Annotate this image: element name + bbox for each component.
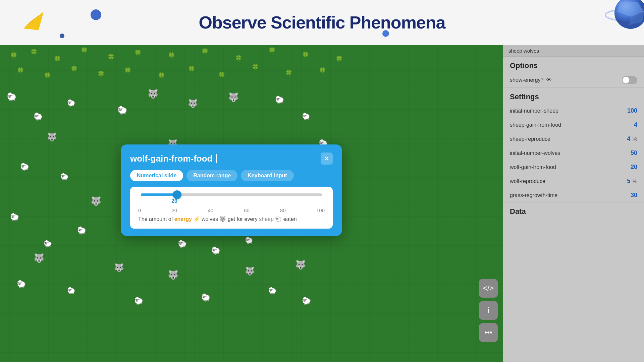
setting-initial-number-wolves[interactable]: initial-number-wolves 50 [503,146,644,160]
more-button[interactable]: ••• [479,323,498,342]
sheep-animal: 🐑 [201,293,210,302]
sheep-animal: 🐑 [268,287,277,295]
sheep-animal: 🐑 [44,240,52,248]
sheep-animal: 🐑 [134,297,143,305]
desc-energy-text: energy ⚡ [174,216,200,222]
clover-decoration: 🍀 [285,69,292,77]
setting-wolf-reproduce[interactable]: wolf-reproduce 5 % [503,174,644,188]
sidebar-action-buttons: </> i ••• [479,279,498,342]
clover-decoration: 🍀 [124,67,131,74]
planet-decoration [590,0,644,40]
tab-keyboard-input[interactable]: Keyboard input [241,170,293,181]
clover-decoration: 🍀 [17,67,24,74]
tick-80: 80 [280,207,286,213]
setting-pct: % [631,178,637,184]
modal-description: The amount of energy ⚡ wolves 🐺 get for … [138,215,325,223]
simulation-area: 🍀 🍀 🍀 🍀 🍀 🍀 🍀 🍀 🍀 🍀 🍀 🍀 🍀 🍀 🍀 🍀 🍀 🍀 🍀 🍀 … [0,45,503,362]
show-energy-text: show-energy? [510,77,544,83]
code-button[interactable]: </> [479,279,498,298]
setting-label: initial-number-wolves [510,150,560,156]
modal-tabs: Numerical slide Random range Keyboard in… [130,170,333,181]
slider-thumb [173,190,181,199]
wolf-animal: 🐺 [34,253,44,263]
show-energy-label: show-energy? 👁 [510,77,552,83]
setting-sheep-reproduce[interactable]: sheep-reproduce 4 % [503,132,644,146]
clover-decoration: 🍀 [302,51,309,59]
clover-decoration: 🍀 [335,55,343,63]
tick-20: 20 [172,207,177,213]
sheep-animal: 🐑 [67,99,75,107]
wolf-animal: 🐺 [114,263,124,273]
setting-value: 5 [627,178,630,184]
tab-random-range[interactable]: Random range [186,170,237,181]
decoration-dot-large [91,9,101,20]
setting-grass-regrowth-time[interactable]: grass-regrowth-time 30 [503,188,644,202]
svg-marker-0 [23,12,44,30]
setting-label: sheep-gain-from-food [510,122,561,128]
sheep-animal: 🐑 [34,112,43,121]
sheep-animal: 🐑 [302,112,310,120]
slider-value-label: 20 [138,198,325,204]
tick-100: 100 [316,207,325,213]
desc-sheep-text: sheep 🐑 [259,216,282,222]
right-sidebar: sheep wolves Options show-energy? 👁 Sett… [503,45,644,362]
setting-label: sheep-reproduce [510,136,550,142]
wolf-animal: 🐺 [168,270,178,280]
setting-value: 100 [627,107,637,114]
clover-decoration: 🍀 [319,67,326,74]
setting-value: 30 [631,192,637,199]
decoration-dot-small [60,34,64,38]
setting-sheep-gain-from-food[interactable]: sheep-gain-from-food 4 [503,118,644,132]
sidebar-top-label: sheep wolves [503,45,644,57]
setting-value: 4 [627,135,630,142]
slider-fill [141,193,177,196]
clover-decoration: 🍀 [268,47,276,54]
parameter-modal: wolf-gain-from-food × Numerical slide Ra… [121,144,342,236]
page-title: Observe Scientific Phenomena [199,12,445,33]
sheep-animal: 🐑 [17,280,26,289]
sheep-animal: 🐑 [178,240,187,248]
setting-value: 50 [631,149,637,157]
show-energy-item: show-energy? 👁 [503,73,644,88]
sheep-animal: 🐑 [60,173,69,181]
show-energy-toggle[interactable] [622,76,637,84]
setting-wolf-gain-from-food[interactable]: wolf-gain-from-food 20 [503,160,644,174]
sheep-animal: 🐑 [211,246,220,255]
modal-header: wolf-gain-from-food × [130,153,333,165]
clover-decoration: 🍀 [54,55,61,63]
options-section-title: Options [503,57,644,73]
wolf-animal: 🐺 [91,196,101,206]
wolf-animal: 🐺 [188,99,198,108]
close-button[interactable]: × [321,153,333,165]
sheep-animal: 🐑 [10,213,19,222]
clover-decoration: 🍀 [201,48,209,55]
info-button[interactable]: i [479,301,498,320]
modal-title: wolf-gain-from-food [130,154,217,164]
sheep-animal: 🐑 [117,106,127,115]
sheep-animal: 🐑 [77,226,86,235]
sheep-animal: 🐑 [7,92,17,102]
tick-40: 40 [208,207,213,213]
setting-label: wolf-reproduce [510,178,545,184]
clover-decoration: 🍀 [218,71,225,79]
tab-numerical-slide[interactable]: Numerical slide [130,170,183,181]
wolf-animal: 🐺 [245,266,255,276]
setting-initial-number-sheep[interactable]: initial-number-sheep 100 [503,104,644,118]
main-area: 🍀 🍀 🍀 🍀 🍀 🍀 🍀 🍀 🍀 🍀 🍀 🍀 🍀 🍀 🍀 🍀 🍀 🍀 🍀 🍀 … [0,45,644,362]
decoration-dot-right [382,30,389,37]
slider-tick-labels: 0 20 40 60 80 100 [138,207,325,213]
clover-decoration: 🍀 [80,47,88,54]
slider-container [138,193,325,196]
sheep-animal: 🐑 [275,96,284,104]
wolf-animal: 🐺 [148,89,158,99]
app-header: Observe Scientific Phenomena [0,0,644,45]
setting-pct: % [631,136,637,142]
clover-decoration: 🍀 [188,65,195,73]
clover-decoration: 🍀 [30,49,38,56]
clover-decoration: 🍀 [235,55,242,62]
setting-label: initial-number-sheep [510,108,558,114]
clover-decoration: 🍀 [10,52,17,59]
clover-decoration: 🍀 [70,65,78,73]
slider-track [141,193,322,196]
setting-value: 4 [634,121,637,128]
